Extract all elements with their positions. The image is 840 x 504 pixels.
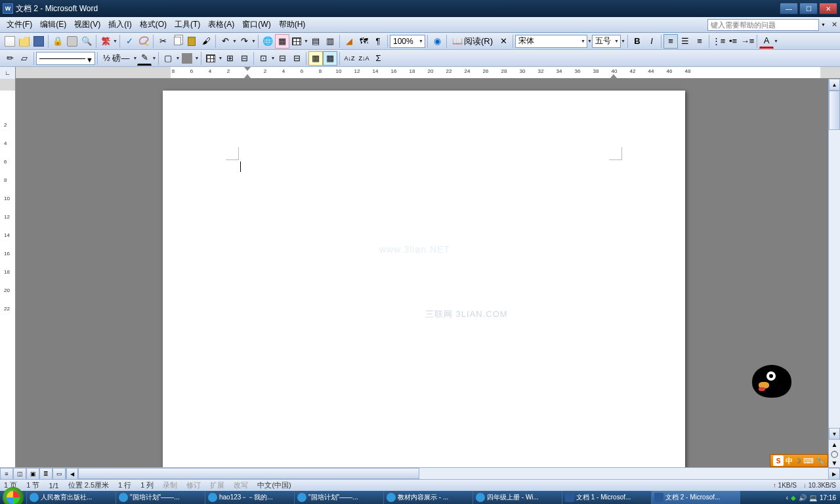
task-5[interactable]: 教材内容展示 - ... [383,491,472,504]
eraser-button[interactable]: ▱ [17,51,32,66]
font-color-dropdown-icon[interactable]: ▼ [774,39,778,43]
menu-file[interactable]: 文件(F) [3,18,36,32]
align-right-button[interactable]: ≡ [692,34,707,49]
horizontal-ruler[interactable]: ∟ 86422468101214161820222426283032343638… [0,67,840,79]
font-dropdown-icon[interactable]: ▼ [587,39,592,43]
help-button[interactable]: ◉ [430,34,444,49]
sort-asc-button[interactable]: A↓Z [342,51,356,66]
insert-table2-button[interactable] [203,51,218,66]
reading-view-button[interactable]: ▭ [52,468,66,480]
undo-button[interactable]: ↶ [218,34,232,49]
sort-desc-button[interactable]: Z↓A [356,51,371,66]
redo-button[interactable]: ↷ [237,34,251,49]
traditional-dropdown-icon[interactable]: ▼ [113,39,117,43]
ime-lang-label[interactable]: 中 [786,456,793,466]
task-4[interactable]: "国培计划"——... [294,491,383,504]
status-revision[interactable]: 修订 [186,480,201,490]
ime-toolbar[interactable]: S 中 ☽ ⌨ 🔧 [770,454,828,467]
print-button[interactable] [65,34,79,49]
status-language[interactable]: 中文(中国) [257,480,291,490]
task-3[interactable]: hao123－－我的... [205,491,294,504]
drawing-button[interactable]: ◢ [342,34,356,49]
spellcheck-button[interactable]: ✓ [122,34,136,49]
show-marks-button[interactable]: ¶ [371,34,385,49]
ime-settings-icon[interactable]: 🔧 [816,457,825,465]
close-read-button[interactable]: ✕ [496,34,511,49]
paste-button[interactable] [184,34,199,49]
shading-button[interactable] [182,53,192,64]
menu-table[interactable]: 表格(A) [204,18,238,32]
outside-border-button[interactable]: ▢ [161,51,175,66]
font-color-button[interactable]: A [759,34,774,49]
tray-expand-icon[interactable]: ‹ [786,494,788,501]
merge-cells-button[interactable]: ⊞ [222,51,237,66]
tray-clock[interactable]: 17:16 [820,494,836,501]
menu-insert[interactable]: 插入(I) [104,18,135,32]
normal-view-button[interactable]: ≡ [0,468,13,480]
permission-button[interactable]: 🔒 [51,34,65,49]
format-painter-button[interactable]: 🖌 [199,34,213,49]
border-color-button[interactable]: ✎ [137,51,152,66]
task-6[interactable]: 四年级上册 - Wi... [472,491,562,504]
ime-moon-icon[interactable]: ☽ [795,457,801,465]
minimize-button[interactable]: — [780,3,798,14]
indent-button[interactable]: →≡ [740,34,755,49]
align-cells-dropdown-icon[interactable]: ▼ [270,56,275,60]
scroll-right-button[interactable]: ▶ [828,468,840,480]
menu-edit[interactable]: 编辑(E) [36,18,70,32]
menu-window[interactable]: 窗口(W) [238,18,274,32]
vertical-scrollbar[interactable]: ▲ ▼ ▲ ◯ ▼ [828,79,840,467]
menu-format[interactable]: 格式(O) [136,18,171,32]
vscroll-thumb[interactable] [829,91,840,130]
hyperlink-button[interactable]: 🌐 [261,34,275,49]
align-center-button[interactable]: ☰ [678,34,692,49]
italic-button[interactable]: I [644,34,659,49]
traditional-button[interactable]: 繁 [98,34,113,49]
numbered-list-button[interactable]: ⋮≡ [711,34,726,49]
scroll-left-button[interactable]: ◀ [66,468,78,480]
status-overwrite[interactable]: 改写 [234,480,248,490]
vertical-ruler[interactable]: 246810121416182022 [0,79,16,467]
page[interactable]: www.3lian.NET 三联网 3LIAN.COM [163,91,685,467]
close-button[interactable]: ✕ [819,3,837,14]
save-button[interactable] [32,34,46,49]
ime-keyboard-icon[interactable]: ⌨ [803,457,814,465]
line-style-combo[interactable]: ▼ [36,52,95,65]
distribute-rows-button[interactable]: ⊟ [275,51,289,66]
font-size-combo[interactable]: 五号▼ [592,35,621,48]
copy-button[interactable] [170,34,184,49]
bold-button[interactable]: B [630,34,644,49]
cut-button[interactable]: ✂ [156,34,170,49]
menu-view[interactable]: 视图(V) [70,18,104,32]
status-record[interactable]: 录制 [163,480,177,490]
insert-table2-dropdown-icon[interactable]: ▼ [218,56,222,60]
autosum-button[interactable]: Σ [371,51,385,66]
draw-table-button[interactable]: ✏ [3,51,17,66]
line-weight-combo[interactable]: ½ 磅 — [100,51,133,66]
tables-borders-button[interactable]: ▦ [275,34,289,49]
hanging-indent-marker[interactable] [244,74,251,78]
insert-excel-button[interactable]: ▤ [308,34,323,49]
task-2[interactable]: "国培计划"——... [116,491,205,504]
print-preview-button[interactable]: 🔍 [79,34,94,49]
right-indent-marker[interactable] [610,74,617,78]
border-dropdown-icon[interactable]: ▼ [175,56,180,60]
align-cells-button[interactable]: ⊡ [256,51,270,66]
ime-brand-icon[interactable]: S [773,455,784,466]
help-dropdown-icon[interactable]: ▼ [821,22,826,27]
bullet-list-button[interactable]: •≡ [726,34,740,49]
task-1[interactable]: 人民教育出版社... [26,491,116,504]
shading-dropdown-icon[interactable]: ▼ [194,56,199,60]
task-7[interactable]: 文档 1 - Microsof... [562,491,651,504]
next-page-button[interactable]: ▼ [829,458,840,467]
scroll-down-button[interactable]: ▼ [829,428,840,440]
insert-table-button[interactable] [289,34,304,49]
menu-help[interactable]: 帮助(H) [275,18,310,32]
tray-sound-icon[interactable]: 🔊 [799,494,807,501]
maximize-button[interactable]: ☐ [799,3,818,14]
zoom-combo[interactable]: 100%▼ [390,35,425,48]
task-8[interactable]: 文档 2 - Microsof... [651,491,740,504]
undo-dropdown-icon[interactable]: ▼ [232,39,237,43]
start-button[interactable] [3,487,24,504]
status-extend[interactable]: 扩展 [210,480,224,490]
